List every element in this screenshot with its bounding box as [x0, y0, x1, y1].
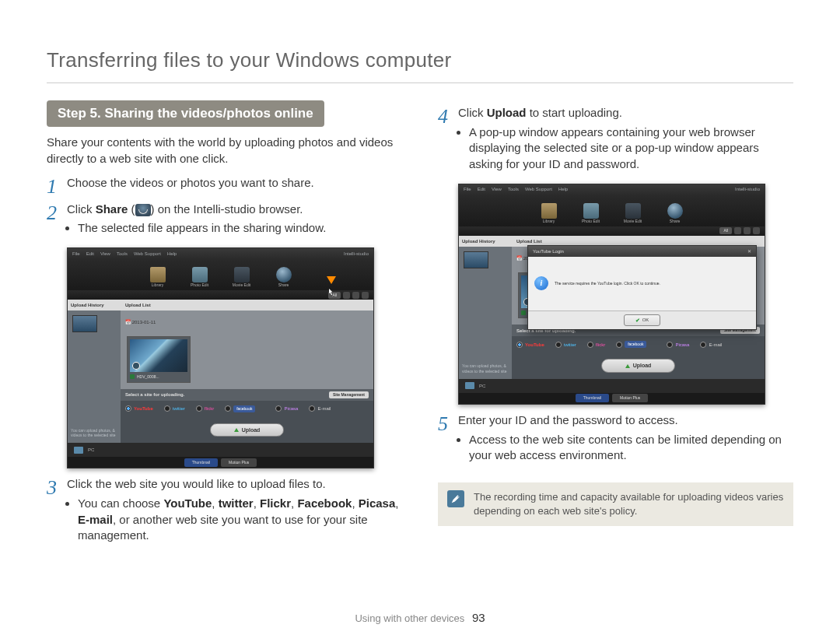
ok-button: ✔OK — [624, 314, 661, 327]
step-text: Enter your ID and the password to access… — [458, 412, 793, 467]
right-column: 4 Click Upload to start uploading. A pop… — [438, 100, 793, 550]
photo-edit-icon — [192, 267, 208, 282]
history-thumbnail — [72, 315, 97, 332]
page-footer: Using with other devices 93 — [47, 610, 793, 642]
note-icon — [447, 490, 464, 507]
library-icon — [150, 267, 166, 282]
sidebar-hint: You can upload photos, &videos to the se… — [71, 428, 116, 439]
site-bar-label: Select a site for uploading. — [125, 391, 184, 398]
step-2: 2 Click Share () on the Intelli-studio b… — [47, 202, 402, 240]
site-management-button: Site Management — [329, 391, 369, 398]
info-icon: i — [534, 276, 548, 290]
step-text: Choose the videos or photos you want to … — [67, 175, 402, 191]
share-icon — [135, 204, 151, 216]
step-number: 1 — [47, 175, 67, 197]
step-3: 3 Click the web site you would like to u… — [47, 476, 402, 547]
page-title: Transferring files to your Windows compu… — [47, 47, 793, 83]
sidebar-header: Upload History — [68, 300, 121, 310]
section-banner: Step 5. Sharing the videos/photos online — [47, 100, 324, 127]
step-text: Click Upload to start uploading. A pop-u… — [458, 105, 793, 176]
sub-bullet: Access to the web site contents can be l… — [469, 432, 793, 464]
intro-text: Share your contents with the world by up… — [47, 135, 402, 167]
sub-bullet: The selected file appears in the sharing… — [78, 220, 402, 237]
step-4: 4 Click Upload to start uploading. A pop… — [438, 105, 793, 176]
note-text: The recording time and capacity availabl… — [474, 490, 784, 518]
app-icon-row: Library Photo Edit Movie Edit Share — [68, 259, 373, 290]
pc-icon — [74, 447, 83, 454]
movie-edit-icon — [234, 267, 250, 282]
callout-arrow-icon — [327, 276, 336, 284]
page-number: 93 — [472, 611, 485, 624]
date-label: 2013-01-11 — [132, 320, 156, 325]
left-column: Step 5. Sharing the videos/photos online… — [47, 100, 402, 550]
step-5: 5 Enter your ID and the password to acce… — [438, 412, 793, 467]
modal-title: YouTube Login — [533, 248, 564, 254]
step-text: Click Share () on the Intelli-studio bro… — [67, 202, 402, 240]
thumbnail-tab: Thumbnail — [184, 458, 218, 467]
youtube-login-modal: YouTube Login✕ i The service requires th… — [527, 245, 757, 331]
sub-bullet: A pop-up window appears containing your … — [469, 125, 793, 173]
motion-plus-tab: Motion Plus — [221, 458, 257, 467]
step-1: 1 Choose the videos or photos you want t… — [47, 175, 402, 197]
pc-label: PC — [88, 447, 94, 453]
site-options: YouTube twitter flickr facebook Picasa E… — [121, 401, 373, 417]
app-menubar: FileEditViewToolsWeb SupportHelp Intelli… — [68, 248, 373, 259]
share-icon — [276, 267, 292, 282]
upload-thumbnail: HDV_0008... — [127, 336, 191, 383]
screenshot-sharing-window: FileEditViewToolsWeb SupportHelp Intelli… — [67, 247, 374, 468]
app-logo: Intelli-studio — [344, 251, 369, 257]
step-text: Click the web site you would like to upl… — [67, 476, 402, 547]
footer-section: Using with other devices — [355, 612, 464, 624]
upload-history-sidebar: Upload History You can upload photos, &v… — [68, 300, 121, 443]
note-box: The recording time and capacity availabl… — [438, 482, 793, 526]
close-icon: ✕ — [747, 248, 751, 254]
upload-list-header: Upload List — [125, 302, 151, 308]
modal-message: The service requires the YouTube login. … — [555, 281, 660, 286]
upload-button: Upload — [210, 423, 285, 437]
screenshot-login-popup: FileEditViewToolsWeb SupportHelp Intelli… — [458, 184, 765, 405]
sub-bullet: You can choose YouTube, twitter, Flickr,… — [78, 496, 402, 544]
